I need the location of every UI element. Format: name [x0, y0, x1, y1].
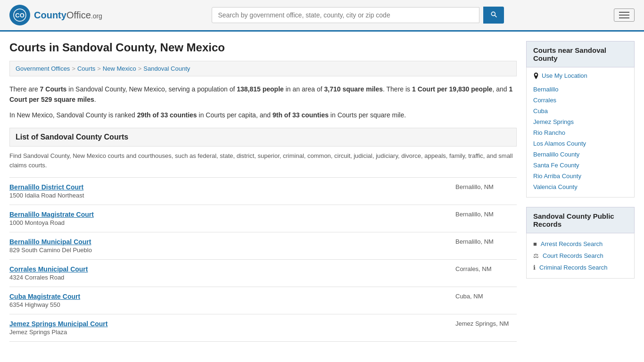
court-name[interactable]: Bernalillo District Court: [9, 183, 84, 191]
court-address: 4324 Corrales Road: [9, 274, 88, 281]
court-name[interactable]: Cuba Magistrate Court: [9, 293, 80, 300]
nearby-link[interactable]: Rio Arriba County: [533, 171, 627, 181]
court-name[interactable]: Jemez Springs Municipal Court: [9, 320, 107, 328]
hamburger-icon: [619, 12, 629, 18]
stats-rank1: 29th of 33 counties: [137, 111, 197, 119]
sidebar: Courts near Sandoval County Use My Locat…: [526, 41, 635, 342]
court-item: Corrales Municipal Court 4324 Corrales R…: [9, 259, 517, 287]
breadcrumb-sep-1: >: [72, 65, 75, 72]
stats-mid: in Sandoval County, New Mexico, serving …: [66, 85, 237, 93]
court-address: 829 South Camino Del Pueblo: [9, 247, 92, 254]
nearby-link[interactable]: Los Alamos County: [533, 138, 627, 149]
nearby-link[interactable]: Valencia County: [533, 181, 627, 192]
pr-icon: ℹ: [533, 264, 536, 271]
nearby-courts-body: Use My Location BernalilloCorralesCubaJe…: [526, 67, 635, 197]
svg-text:CO: CO: [15, 12, 25, 19]
court-item: Cuba Magistrate Court 6354 Highway 550 C…: [9, 287, 517, 314]
nearby-links-container: BernalilloCorralesCubaJemez SpringsRio R…: [533, 84, 627, 192]
court-address: 1000 Montoya Road: [9, 219, 94, 226]
pr-item: ⚖Court Records Search: [533, 250, 627, 262]
nearby-link[interactable]: Cuba: [533, 106, 627, 116]
court-item: Bernalillo Magistrate Court 1000 Montoya…: [9, 205, 517, 232]
search-area: [212, 7, 504, 24]
court-city-state: Cuba, NM: [455, 293, 517, 300]
stats-per-pop: 1 Court per 19,830 people: [412, 85, 492, 93]
court-address: 6354 Highway 550: [9, 301, 80, 308]
stats-and: , and: [492, 85, 509, 93]
court-city-state: Corrales, NM: [455, 265, 517, 272]
list-description: Find Sandoval County, New Mexico courts …: [9, 151, 517, 170]
stats-paragraph-1: There are 7 Courts in Sandoval County, N…: [9, 84, 517, 105]
stats-post: in an area of: [284, 85, 324, 93]
breadcrumb-courts[interactable]: Courts: [77, 65, 95, 72]
list-section-header: List of Sandoval County Courts: [9, 128, 517, 147]
court-name[interactable]: Bernalillo Municipal Court: [9, 238, 92, 246]
nearby-link[interactable]: Santa Fe County: [533, 160, 627, 171]
stats-count: 7 Courts: [40, 85, 67, 93]
pr-link[interactable]: Arrest Records Search: [541, 240, 603, 247]
breadcrumb-sep-2: >: [97, 65, 101, 72]
stats-area: 3,710 square miles: [324, 85, 383, 93]
use-my-location-button[interactable]: Use My Location: [533, 72, 587, 79]
pr-item: ℹCriminal Records Search: [533, 262, 627, 273]
menu-button[interactable]: [614, 8, 635, 22]
public-records-links: ■Arrest Records Search⚖Court Records Sea…: [533, 238, 627, 273]
courts-list: Bernalillo District Court 1500 Idalia Ro…: [9, 177, 517, 342]
public-records-section: Sandoval County Public Records ■Arrest R…: [526, 207, 635, 279]
court-city-state: Jemez Springs, NM: [455, 320, 517, 327]
nearby-link[interactable]: Jemez Springs: [533, 116, 627, 127]
pr-link[interactable]: Court Records Search: [543, 252, 603, 259]
search-button[interactable]: [483, 7, 504, 24]
breadcrumb-new-mexico[interactable]: New Mexico: [103, 65, 136, 72]
pr-item: ■Arrest Records Search: [533, 238, 627, 250]
court-city-state: Bernalillo, NM: [455, 183, 517, 190]
court-address: Jemez Springs Plaza: [9, 329, 107, 336]
court-item: Jemez Springs Municipal Court Jemez Spri…: [9, 314, 517, 342]
breadcrumb-sep-3: >: [138, 65, 142, 72]
court-name[interactable]: Bernalillo Magistrate Court: [9, 211, 94, 218]
nearby-link[interactable]: Corrales: [533, 95, 627, 106]
use-my-location-label: Use My Location: [542, 72, 587, 79]
breadcrumb: Government Offices > Courts > New Mexico…: [9, 61, 517, 76]
nearby-link[interactable]: Rio Rancho: [533, 127, 627, 138]
court-address: 1500 Idalia Road Northeast: [9, 192, 84, 199]
main-container: Courts in Sandoval County, New Mexico Go…: [0, 32, 644, 351]
public-records-header: Sandoval County Public Records: [526, 207, 635, 233]
court-item: Bernalillo Municipal Court 829 South Cam…: [9, 232, 517, 259]
court-name[interactable]: Corrales Municipal Court: [9, 265, 88, 273]
stats-end: . There is: [383, 85, 412, 93]
pr-icon: ⚖: [533, 252, 539, 259]
court-city-state: Bernalillo, NM: [455, 211, 517, 218]
stats-rank-pre: In New Mexico, Sandoval County is ranked: [9, 111, 137, 119]
stats-pre: There are: [9, 85, 40, 93]
pr-icon: ■: [533, 240, 537, 247]
nearby-courts-section: Courts near Sandoval County Use My Locat…: [526, 41, 635, 197]
stats-population: 138,815 people: [237, 85, 284, 93]
logo-area: CO CountyOffice.org: [9, 5, 102, 25]
page-title: Courts in Sandoval County, New Mexico: [9, 41, 517, 54]
logo-text: CountyOffice.org: [34, 10, 102, 21]
public-records-body: ■Arrest Records Search⚖Court Records Sea…: [526, 233, 635, 279]
nearby-courts-header: Courts near Sandoval County: [526, 41, 635, 67]
site-header: CO CountyOffice.org: [0, 0, 644, 32]
breadcrumb-sandoval-county[interactable]: Sandoval County: [143, 65, 190, 72]
stats-rank2-end: in Courts per square mile.: [329, 111, 406, 119]
pin-icon: [533, 73, 539, 79]
stats-paragraph-2: In New Mexico, Sandoval County is ranked…: [9, 110, 517, 120]
pr-link[interactable]: Criminal Records Search: [539, 264, 608, 271]
nearby-link[interactable]: Bernalillo County: [533, 149, 627, 160]
stats-rank1-mid: in Courts per capita, and: [197, 111, 272, 119]
nearby-link[interactable]: Bernalillo: [533, 84, 627, 95]
logo-icon: CO: [9, 5, 30, 25]
court-item: Bernalillo District Court 1500 Idalia Ro…: [9, 177, 517, 205]
court-city-state: Bernalillo, NM: [455, 238, 517, 245]
search-input[interactable]: [212, 7, 479, 23]
stats-period: .: [94, 96, 96, 103]
content-area: Courts in Sandoval County, New Mexico Go…: [9, 41, 517, 342]
stats-rank2: 9th of 33 counties: [272, 111, 329, 119]
breadcrumb-gov-offices[interactable]: Government Offices: [16, 65, 70, 72]
